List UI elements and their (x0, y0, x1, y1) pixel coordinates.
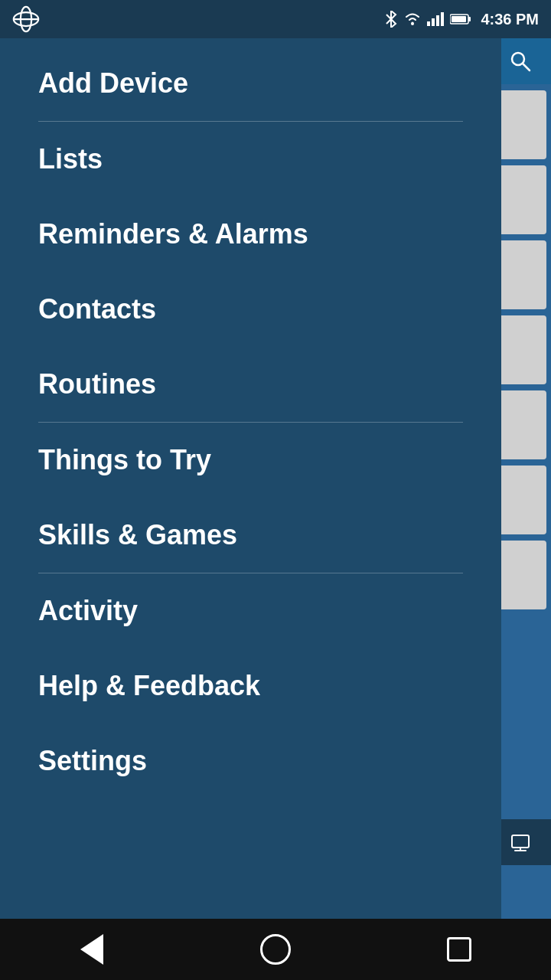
menu-item-label-activity: Activity (38, 595, 138, 627)
bg-card-5 (494, 390, 546, 459)
menu-item-routines[interactable]: Routines (0, 347, 501, 422)
svg-point-3 (411, 22, 414, 25)
menu-item-label-things-to-try: Things to Try (38, 444, 211, 476)
menu-item-label-skills-games: Skills & Games (38, 519, 237, 551)
menu-item-label-settings: Settings (38, 745, 147, 777)
menu-item-label-routines: Routines (38, 368, 156, 400)
bg-card-4 (494, 315, 546, 384)
home-button[interactable] (253, 926, 298, 972)
menu-item-lists[interactable]: Lists (0, 122, 501, 197)
bg-card-1 (494, 90, 546, 159)
menu-item-skills-games[interactable]: Skills & Games (0, 498, 501, 573)
menu-item-label-contacts: Contacts (38, 293, 156, 325)
menu-item-settings[interactable]: Settings (0, 724, 501, 799)
svg-rect-5 (468, 17, 471, 21)
back-icon (80, 934, 103, 965)
menu-item-label-lists: Lists (38, 143, 103, 175)
menu-item-label-help-feedback: Help & Feedback (38, 670, 260, 702)
menu-item-label-add-device: Add Device (38, 67, 188, 100)
status-bar-left (12, 5, 40, 33)
bg-card-7 (494, 541, 546, 609)
recents-button[interactable] (436, 926, 482, 972)
menu-item-things-to-try[interactable]: Things to Try (0, 423, 501, 498)
bg-card-3 (494, 240, 546, 309)
home-icon (260, 934, 291, 965)
navigation-drawer: Add DeviceListsReminders & AlarmsContact… (0, 38, 501, 926)
status-bar: 4:36 PM (0, 0, 551, 38)
svg-rect-9 (512, 835, 529, 848)
menu-item-label-reminders-alarms: Reminders & Alarms (38, 218, 308, 250)
menu-item-activity[interactable]: Activity (0, 573, 501, 648)
svg-line-8 (523, 64, 530, 70)
svg-rect-6 (452, 16, 466, 22)
menu-list: Add DeviceListsReminders & AlarmsContact… (0, 46, 501, 799)
devices-icon (509, 831, 532, 854)
signal-icon (427, 12, 444, 26)
wifi-icon (404, 12, 421, 26)
battery-icon (450, 13, 471, 25)
bg-card-6 (494, 466, 546, 534)
bg-card-2 (494, 165, 546, 234)
bluetooth-icon (384, 11, 398, 28)
status-time: 4:36 PM (481, 11, 539, 28)
menu-item-add-device[interactable]: Add Device (0, 46, 501, 121)
status-bar-right: 4:36 PM (384, 11, 539, 28)
menu-item-contacts[interactable]: Contacts (0, 272, 501, 347)
search-icon (509, 50, 532, 73)
menu-item-reminders-alarms[interactable]: Reminders & Alarms (0, 197, 501, 272)
recents-icon (447, 937, 471, 962)
menu-item-help-feedback[interactable]: Help & Feedback (0, 648, 501, 724)
toyota-logo-icon (12, 5, 40, 33)
back-button[interactable] (69, 926, 115, 972)
nav-bar (0, 919, 551, 980)
